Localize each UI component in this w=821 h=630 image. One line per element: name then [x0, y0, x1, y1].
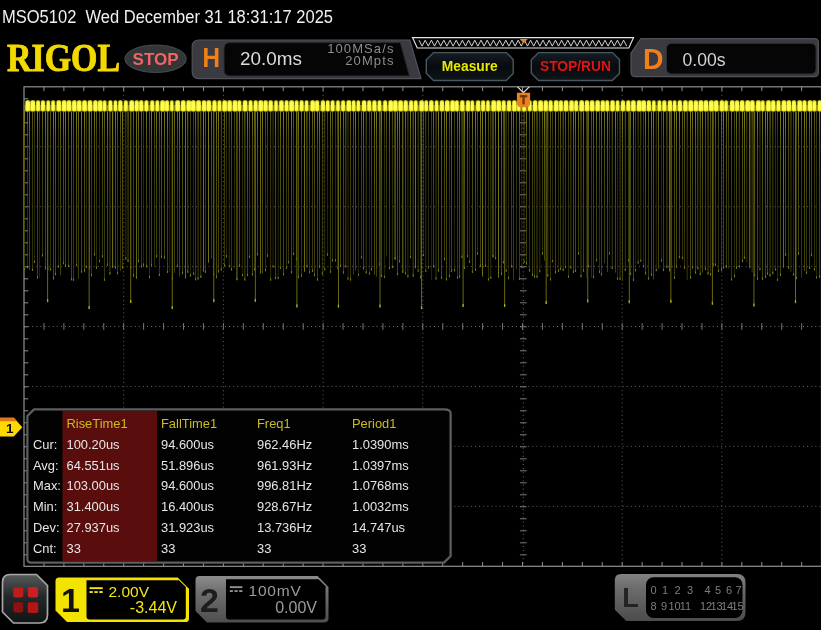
svg-text:Max:: Max: [33, 478, 61, 493]
svg-text:1: 1 [6, 421, 14, 436]
svg-text:3: 3 [687, 584, 693, 596]
svg-text:0.00s: 0.00s [683, 49, 726, 70]
svg-text:Avg:: Avg: [33, 458, 59, 473]
svg-text:0: 0 [650, 584, 656, 596]
svg-text:13.736Hz: 13.736Hz [257, 520, 312, 535]
svg-text:33: 33 [67, 541, 81, 556]
svg-text:8: 8 [650, 600, 656, 612]
svg-text:RiseTime1: RiseTime1 [67, 416, 128, 431]
svg-text:STOP: STOP [133, 50, 179, 69]
svg-text:Cnt:: Cnt: [33, 541, 57, 556]
svg-text:14.747us: 14.747us [352, 520, 405, 535]
svg-text:27.937us: 27.937us [67, 520, 120, 535]
svg-text:FallTime1: FallTime1 [161, 416, 217, 431]
svg-text:1.0768ms: 1.0768ms [352, 478, 409, 493]
svg-text:2.00V: 2.00V [109, 583, 150, 600]
svg-text:1: 1 [61, 581, 80, 619]
svg-text:Dev:: Dev: [33, 520, 60, 535]
svg-text:1: 1 [662, 584, 668, 596]
svg-text:94.600us: 94.600us [161, 437, 214, 452]
svg-text:64.551us: 64.551us [67, 458, 120, 473]
svg-text:20Mpts: 20Mpts [345, 53, 394, 68]
svg-text:0.00V: 0.00V [275, 599, 317, 616]
svg-text:4: 4 [704, 584, 710, 596]
svg-text:-3.44V: -3.44V [130, 599, 177, 616]
svg-text:Measure: Measure [442, 59, 498, 74]
svg-text:2: 2 [200, 581, 219, 619]
svg-text:962.46Hz: 962.46Hz [257, 437, 312, 452]
svg-text:31.923us: 31.923us [161, 520, 214, 535]
svg-text:100.20us: 100.20us [67, 437, 120, 452]
svg-text:Freq1: Freq1 [257, 416, 291, 431]
svg-text:20.0ms: 20.0ms [240, 48, 302, 69]
svg-text:10: 10 [668, 600, 680, 612]
svg-text:33: 33 [257, 541, 271, 556]
svg-text:33: 33 [161, 541, 175, 556]
svg-text:STOP/RUN: STOP/RUN [540, 59, 611, 74]
svg-text:MSO5102 Wed December 31 18:31: MSO5102 Wed December 31 18:31:17 2025 [2, 7, 333, 27]
svg-text:94.600us: 94.600us [161, 478, 214, 493]
svg-text:16.400us: 16.400us [161, 499, 214, 514]
svg-text:100mV: 100mV [249, 582, 302, 599]
svg-text:51.896us: 51.896us [161, 458, 214, 473]
svg-text:Cur:: Cur: [33, 437, 57, 452]
svg-text:H: H [203, 41, 221, 73]
svg-text:7: 7 [735, 584, 741, 596]
svg-text:L: L [622, 583, 639, 613]
svg-text:961.93Hz: 961.93Hz [257, 458, 312, 473]
svg-text:D: D [643, 43, 664, 75]
svg-text:103.00us: 103.00us [67, 478, 120, 493]
svg-text:9: 9 [661, 600, 667, 612]
svg-text:1.0390ms: 1.0390ms [352, 437, 409, 452]
svg-text:5: 5 [715, 584, 721, 596]
svg-text:1.0032ms: 1.0032ms [352, 499, 409, 514]
svg-text:11: 11 [680, 600, 691, 612]
svg-text:Period1: Period1 [352, 416, 396, 431]
svg-text:15: 15 [731, 600, 743, 612]
svg-text:RIGOL: RIGOL [7, 36, 120, 80]
svg-text:33: 33 [352, 541, 366, 556]
svg-text:2: 2 [674, 584, 680, 596]
svg-text:1.0397ms: 1.0397ms [352, 458, 409, 473]
svg-text:996.81Hz: 996.81Hz [257, 478, 312, 493]
svg-text:6: 6 [726, 584, 732, 596]
svg-text:Min:: Min: [33, 499, 57, 514]
svg-text:928.67Hz: 928.67Hz [257, 499, 312, 514]
svg-text:31.400us: 31.400us [67, 499, 120, 514]
